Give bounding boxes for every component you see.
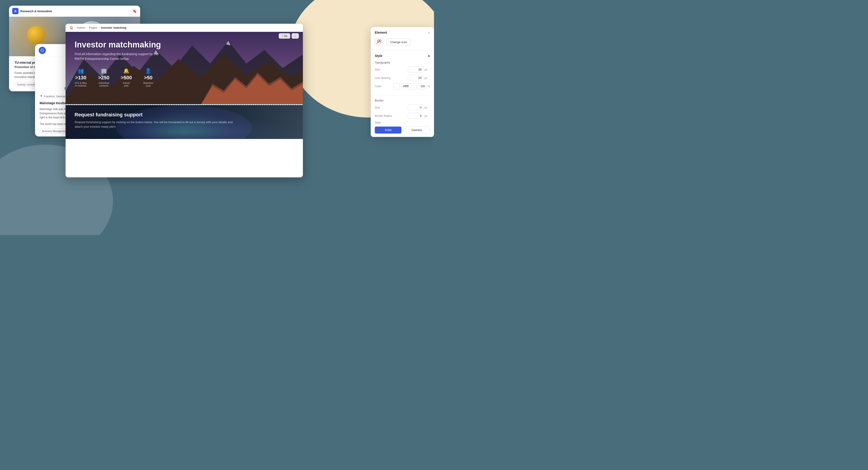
right-panel: Element ∧ Change Icon Style ∧ Typography… — [371, 27, 434, 137]
border-size-unit: px — [425, 106, 430, 109]
size-unit: px — [425, 68, 430, 71]
color-row: Color % — [375, 83, 430, 90]
line-spacing-input-group: px — [408, 75, 430, 81]
current-page: Investor matching — [101, 26, 126, 29]
border-size-label: Size — [375, 106, 380, 109]
research-header-title: Research & Innovation — [20, 9, 52, 13]
home-icon[interactable]: 🏠 — [70, 26, 73, 29]
typography-label: Typography — [375, 61, 430, 64]
fundraising-section: Request fundraising support Request fund… — [66, 105, 303, 139]
color-value-input[interactable] — [401, 83, 416, 89]
stat-3: 👤 >50 Matches/year — [143, 68, 153, 87]
hero-content: Investor matchmaking Find all informatio… — [66, 32, 303, 104]
style-chevron: ∧ — [428, 54, 430, 58]
header-logo: A — [12, 8, 19, 14]
stat-2-icon: 🔔 — [123, 68, 129, 74]
border-radius-input[interactable] — [408, 113, 424, 119]
hero-title: Investor matchmaking — [74, 40, 294, 50]
stat-0-icon: 👥 — [78, 68, 84, 74]
element-section: Element ∧ Change Icon — [371, 27, 434, 51]
editor-toolbar: ↑ Up ↓ — [279, 33, 299, 39]
sep3: › — [98, 26, 99, 29]
icon-preview — [375, 37, 384, 46]
style-toggle-group: Solid Dashed — [375, 127, 430, 133]
opacity-input[interactable] — [417, 83, 427, 89]
fundraising-desc: Request fundraising support by clicking … — [74, 120, 233, 129]
bookmark-icon[interactable]: 🔖 — [132, 9, 137, 13]
icon-row: Change Icon — [375, 37, 430, 46]
hub-icon-button[interactable] — [39, 47, 46, 54]
down-button[interactable]: ↓ — [291, 33, 299, 39]
line-spacing-label: Line Spacing — [375, 76, 391, 80]
size-row: Size px — [375, 66, 430, 72]
stat-2-number: >500 — [121, 75, 132, 81]
element-label: Element — [375, 31, 387, 34]
border-radius-label: Border Radius — [375, 114, 392, 118]
stat-1-number: >250 — [98, 75, 110, 81]
hub-tag-0[interactable]: Business Management — [39, 129, 70, 133]
size-input-group: px — [408, 66, 430, 72]
line-spacing-input[interactable] — [408, 75, 424, 81]
style-toggle-row: Style — [375, 121, 430, 124]
stat-1: 🏢 >250 Individualcontacts — [98, 68, 110, 87]
stat-1-label: Individualcontacts — [98, 82, 109, 87]
border-section: Border Size px Border Radius px Style So… — [371, 96, 434, 137]
border-size-input-group: px — [408, 104, 430, 111]
hero-subtitle: Find all information regarding the fundr… — [74, 52, 165, 61]
svg-point-20 — [379, 40, 381, 42]
border-radius-input-group: px — [408, 113, 430, 119]
pages-link[interactable]: Pages — [89, 26, 97, 29]
color-label: Color — [375, 85, 381, 88]
percent-label: % — [428, 85, 430, 88]
stat-2: 🔔 >500 Intros/year — [121, 68, 132, 87]
style-section-header: Style ∧ — [375, 54, 430, 58]
border-size-input[interactable] — [408, 104, 424, 111]
style-toggle-label: Style — [375, 121, 381, 124]
editor-panel: 🏠 › Admin › Pages › Investor matching ↑ … — [66, 24, 303, 177]
change-icon-button[interactable]: Change Icon — [386, 39, 411, 45]
sep1: › — [74, 26, 75, 29]
sep2: › — [87, 26, 88, 29]
stat-0: 👥 >130 VCs & BAsin network — [74, 68, 87, 87]
border-label: Border — [375, 99, 430, 102]
stat-0-label: VCs & BAsin network — [74, 82, 87, 87]
border-size-row: Size px — [375, 104, 430, 111]
editor-content: Investor matchmaking Find all informatio… — [66, 32, 303, 177]
card-research-header: A Research & Innovation 🔖 — [9, 6, 140, 17]
fundraising-title: Request fundraising support — [74, 112, 294, 118]
stat-1-icon: 🏢 — [101, 68, 107, 74]
dashed-button[interactable]: Dashed — [403, 127, 430, 133]
stat-3-number: >50 — [144, 75, 152, 81]
border-radius-row: Border Radius px — [375, 113, 430, 119]
preview-icon-svg — [376, 39, 382, 45]
element-chevron: ∧ — [428, 31, 430, 34]
stat-3-icon: 👤 — [145, 68, 151, 74]
stat-0-number: >130 — [75, 75, 86, 81]
element-section-header: Element ∧ — [375, 31, 430, 34]
breadcrumb: 🏠 › Admin › Pages › Investor matching ↑ … — [66, 24, 303, 32]
color-input-group: % — [394, 83, 430, 90]
hub-location: 📍 Frankfurt, Germany — [39, 95, 67, 98]
hero-section: Investor matchmaking Find all informatio… — [66, 32, 303, 104]
solid-button[interactable]: Solid — [375, 127, 401, 133]
size-input[interactable] — [408, 66, 424, 72]
stat-3-label: Matches/year — [143, 82, 153, 87]
stat-2-label: Intros/year — [123, 82, 130, 87]
size-label: Size — [375, 68, 380, 71]
style-section: Style ∧ Typography Size px Line Spacing … — [371, 51, 434, 96]
color-swatch[interactable] — [394, 83, 400, 90]
hero-stats: 👥 >130 VCs & BAsin network 🏢 >250 Indivi… — [74, 68, 294, 87]
up-button[interactable]: ↑ Up — [279, 33, 290, 39]
admin-link[interactable]: Admin — [77, 26, 85, 29]
border-radius-unit: px — [425, 114, 430, 118]
location-icon: 📍 — [39, 95, 43, 98]
line-spacing-row: Line Spacing px — [375, 75, 430, 81]
line-spacing-unit: px — [425, 76, 430, 80]
